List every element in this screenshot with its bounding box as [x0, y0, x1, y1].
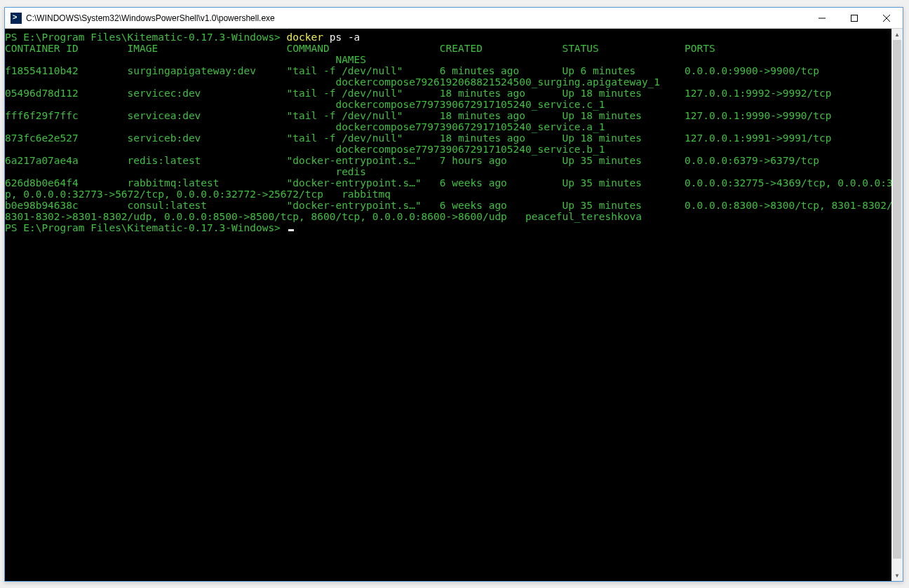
table-row: 05496d78d112 servicec:dev "tail -f /dev/… [5, 88, 891, 99]
scrollbar-thumb[interactable] [893, 40, 901, 559]
minimize-icon [819, 15, 826, 22]
scroll-up-icon[interactable]: ▲ [891, 29, 903, 40]
scroll-down-icon[interactable]: ▼ [891, 570, 903, 581]
cursor [288, 229, 294, 231]
table-row: p, 0.0.0.0:32773->5672/tcp, 0.0.0.0:3277… [5, 189, 391, 200]
vertical-scrollbar[interactable]: ▲ ▼ [891, 29, 903, 581]
powershell-window: C:\WINDOWS\System32\WindowsPowerShell\v1… [4, 7, 903, 582]
header-line: CONTAINER ID IMAGE COMMAND CREATED STATU… [5, 43, 891, 54]
svg-rect-1 [851, 15, 858, 21]
minimize-button[interactable] [806, 8, 838, 28]
cmd-args: ps -a [330, 32, 361, 43]
table-row: 626d8b0e64f4 rabbitmq:latest "docker-ent… [5, 177, 891, 189]
table-row: redis [5, 166, 366, 177]
table-row: 873fc6e2e527 serviceb:dev "tail -f /dev/… [5, 132, 891, 144]
table-row: 8301-8302->8301-8302/udp, 0.0.0.0:8500->… [5, 211, 642, 222]
prompt-path: PS E:\Program Files\Kitematic-0.17.3-Win… [5, 222, 287, 233]
table-row: fff6f29f7ffc servicea:dev "tail -f /dev/… [5, 110, 891, 121]
powershell-icon [11, 13, 22, 24]
table-row: dockercompose7797390672917105240_service… [5, 99, 605, 110]
table-row: dockercompose7797390672917105240_service… [5, 121, 605, 132]
prompt-path: PS E:\Program Files\Kitematic-0.17.3-Win… [5, 32, 287, 43]
console-output[interactable]: PS E:\Program Files\Kitematic-0.17.3-Win… [5, 29, 891, 581]
console-area: PS E:\Program Files\Kitematic-0.17.3-Win… [5, 29, 903, 581]
window-controls [806, 8, 903, 28]
window-title: C:\WINDOWS\System32\WindowsPowerShell\v1… [26, 13, 275, 23]
close-button[interactable] [870, 8, 903, 28]
table-row: dockercompose7926192068821524500_surging… [5, 76, 660, 88]
table-row: f18554110b42 surgingapigateway:dev "tail… [5, 65, 891, 76]
titlebar[interactable]: C:\WINDOWS\System32\WindowsPowerShell\v1… [5, 8, 903, 29]
maximize-icon [851, 15, 858, 22]
close-icon [883, 15, 890, 22]
header-line: NAMES [5, 54, 366, 65]
table-row: b0e98b94638c consul:latest "docker-entry… [5, 200, 891, 211]
cmd-docker: docker [287, 32, 330, 43]
table-row: 6a217a07ae4a redis:latest "docker-entryp… [5, 155, 891, 166]
table-row: dockercompose7797390672917105240_service… [5, 144, 605, 155]
maximize-button[interactable] [838, 8, 870, 28]
